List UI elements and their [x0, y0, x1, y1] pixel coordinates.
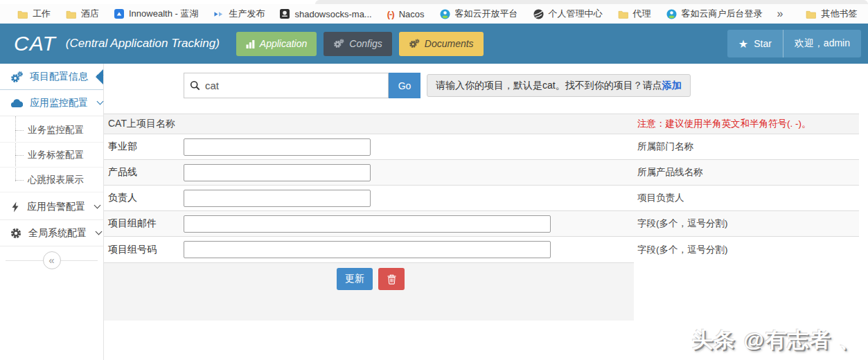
sidebar-subnav: 业务监控配置 业务标签配置 心跳报表展示 — [0, 116, 103, 194]
bookmark-item[interactable]: 个人管理中心 — [526, 6, 610, 22]
bar-chart-icon — [246, 39, 255, 48]
bookmark-item[interactable]: shadowsocks-ma... — [272, 6, 379, 22]
search-hint: 请输入你的项目，默认是cat。找不到你的项目？请点添加 — [427, 74, 691, 97]
go-button[interactable]: Go — [389, 73, 420, 98]
shadowsocks-icon — [280, 9, 290, 19]
division-input[interactable] — [184, 138, 371, 156]
field-description: 字段(多个，逗号分割) — [637, 244, 859, 256]
nacos-icon: (-) — [387, 9, 394, 19]
field-label: 项目组号码 — [104, 244, 184, 256]
cogs-icon — [333, 39, 344, 48]
team-email-input[interactable] — [184, 215, 551, 233]
cogs-icon — [409, 39, 420, 48]
chevron-down-icon — [96, 228, 103, 235]
watermark-text: 头条 @有志者 、 — [692, 326, 861, 354]
nav-documents-button[interactable]: Documents — [399, 32, 484, 56]
bookmarks-bar: 工作 酒店 Innowealth - 蓝湖 生产发布 shadowsocks-m… — [0, 4, 868, 24]
project-search-box[interactable] — [184, 73, 389, 98]
form-actions: 更新 — [104, 262, 634, 321]
bookmark-item[interactable]: Innowealth - 蓝湖 — [107, 6, 206, 22]
bookmark-item[interactable]: 工作 — [10, 6, 58, 22]
field-label: 产品线 — [104, 166, 184, 179]
app-header: CAT (Central Application Tracking) Appli… — [0, 24, 868, 64]
bookmark-label: shadowsocks-ma... — [294, 9, 371, 19]
sidebar-subitem-business-monitor[interactable]: 业务监控配置 — [0, 118, 103, 143]
sidebar-collapse-row: « — [0, 246, 103, 274]
sidebar-item-global-system-config[interactable]: 全局系统配置 — [0, 220, 103, 246]
bookmark-label: Innowealth - 蓝湖 — [129, 8, 198, 20]
bookmark-item[interactable]: (-) Nacos — [380, 6, 432, 22]
gear-icon — [10, 228, 21, 239]
nav-application-button[interactable]: Application — [236, 32, 317, 56]
globe-icon — [533, 9, 544, 19]
cogs-icon — [10, 71, 23, 82]
other-bookmarks-button[interactable]: 其他书签 — [798, 6, 862, 22]
update-button[interactable]: 更新 — [337, 268, 373, 290]
field-description: 所属产品线名称 — [637, 166, 859, 179]
bookmark-label: Nacos — [399, 9, 425, 19]
sidebar-collapse-button[interactable]: « — [43, 251, 61, 269]
other-bookmarks-label: 其他书签 — [821, 8, 857, 20]
sidebar-item-label: 项目配置信息 — [30, 71, 88, 83]
form-row-team-email: 项目组邮件 字段(多个，逗号分割) — [104, 211, 859, 237]
bookmark-item[interactable]: 客如云商户后台登录 — [659, 6, 770, 22]
welcome-user-button[interactable]: 欢迎，admin — [783, 30, 861, 57]
folder-icon — [618, 10, 628, 19]
form-note: 注意：建议使用半角英文和半角符号(. -)。 — [637, 118, 859, 130]
field-description: 字段(多个，逗号分割) — [637, 217, 859, 230]
chevron-down-icon — [97, 72, 104, 79]
add-project-link[interactable]: 添加 — [662, 80, 682, 92]
folder-icon — [806, 10, 816, 19]
lanhu-icon — [114, 9, 124, 19]
header-right-group: ★ Star 欢迎，admin — [727, 30, 861, 57]
bookmarks-overflow-chevron[interactable]: » — [770, 8, 790, 20]
sidebar-item-alert-config[interactable]: 应用告警配置 — [0, 194, 103, 220]
bookmark-item[interactable]: 生产发布 — [206, 6, 272, 22]
project-search-input[interactable] — [205, 80, 382, 91]
product-line-input[interactable] — [184, 164, 371, 181]
nav-configs-button[interactable]: Configs — [324, 32, 391, 56]
folder-icon — [66, 10, 76, 19]
bookmark-item[interactable]: 酒店 — [58, 6, 107, 22]
sidebar-item-label: 全局系统配置 — [28, 227, 87, 240]
search-hint-text: 请输入你的项目，默认是cat。找不到你的项目？请点 — [436, 80, 662, 92]
nav-label: Documents — [425, 38, 474, 49]
folder-icon — [17, 10, 28, 19]
nav-label: Configs — [349, 38, 382, 49]
bookmark-label: 个人管理中心 — [549, 8, 603, 20]
search-icon — [190, 80, 200, 91]
screen: 工作 酒店 Innowealth - 蓝湖 生产发布 shadowsocks-m… — [0, 0, 868, 360]
bookmark-item[interactable]: 代理 — [610, 6, 659, 22]
search-row: Go 请输入你的项目，默认是cat。找不到你的项目？请点添加 — [184, 73, 868, 98]
person-badge-icon — [666, 9, 677, 19]
form-header-row: CAT上项目名称 注意：建议使用半角英文和半角符号(. -)。 — [104, 114, 859, 134]
nav-label: Application — [260, 38, 308, 49]
owner-input[interactable] — [184, 190, 371, 207]
delete-button[interactable] — [378, 268, 405, 290]
bookmark-label: 生产发布 — [229, 8, 265, 20]
cloud-icon — [10, 98, 23, 108]
sidebar-item-project-config[interactable]: 项目配置信息 — [0, 64, 103, 90]
sidebar-item-app-monitor-config[interactable]: 应用监控配置 — [0, 90, 103, 116]
app-logo: CAT — [14, 32, 56, 55]
field-description: 所属部门名称 — [637, 141, 859, 153]
form-row-team-phone: 项目组号码 字段(多个，逗号分割) — [104, 237, 859, 262]
chevron-down-icon — [94, 202, 101, 209]
team-phone-input[interactable] — [184, 241, 551, 258]
field-label: 负责人 — [104, 192, 184, 204]
sidebar: 项目配置信息 应用监控配置 业务监控配置 业务标签配置 心跳报表展示 应用告警配… — [0, 64, 104, 360]
form-row-division: 事业部 所属部门名称 — [104, 134, 859, 160]
chevron-down-icon — [97, 98, 104, 105]
star-button[interactable]: ★ Star — [727, 30, 783, 57]
bookmark-item[interactable]: 客如云开放平台 — [432, 6, 526, 22]
sidebar-subitem-business-tag[interactable]: 业务标签配置 — [0, 143, 103, 168]
sidebar-subitem-heartbeat-report[interactable]: 心跳报表展示 — [0, 168, 103, 192]
project-form: CAT上项目名称 注意：建议使用半角英文和半角符号(. -)。 事业部 所属部门… — [104, 114, 859, 321]
form-section-title: CAT上项目名称 — [104, 118, 637, 130]
bookmark-label: 代理 — [633, 8, 651, 20]
person-badge-icon — [440, 9, 450, 19]
trash-icon — [387, 274, 396, 285]
bookmark-label: 酒店 — [81, 8, 99, 20]
sidebar-item-label: 应用监控配置 — [30, 97, 88, 109]
form-row-product-line: 产品线 所属产品线名称 — [104, 160, 859, 186]
